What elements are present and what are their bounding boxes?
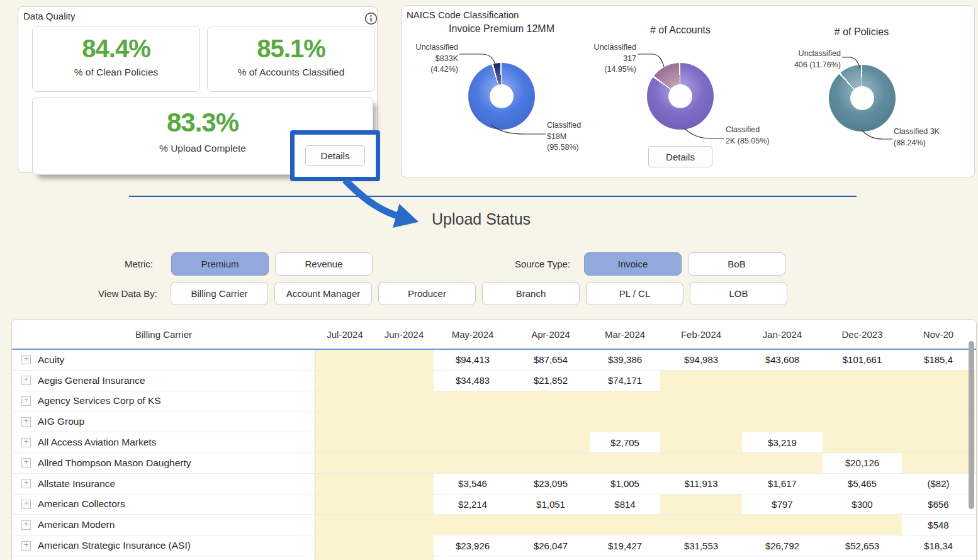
expand-row-icon[interactable]: + [21, 479, 31, 488]
value-cell: ($82) [902, 474, 975, 494]
missing-value-cell [315, 515, 374, 535]
filter-option-revenue[interactable]: Revenue [275, 252, 373, 276]
donut-label-classified: Classified2K (85.05%) [726, 125, 769, 147]
donut-label-unclassified: Unclassified$833K(4.42%) [416, 42, 458, 76]
missing-value-cell [315, 391, 374, 412]
kpi-clean-policies: 84.4% % of Clean Policies [32, 26, 200, 92]
column-header-month: Apr-2024 [512, 320, 590, 349]
missing-value-cell [315, 453, 374, 473]
missing-value-cell [434, 432, 512, 452]
missing-value-cell [374, 556, 434, 560]
missing-value-cell [374, 432, 434, 452]
expand-row-icon[interactable]: + [21, 396, 31, 406]
data-quality-panel: Data Quality 84.4% % of Clean Policies 8… [18, 6, 378, 173]
filter-option-account-manager[interactable]: Account Manager [274, 282, 372, 305]
value-cell: $31,553 [660, 535, 742, 556]
value-cell: $3,546 [434, 474, 512, 494]
missing-value-cell [902, 432, 975, 452]
filter-option-premium[interactable]: Premium [171, 252, 269, 276]
table-header-row: Billing CarrierJul-2024Jun-2024May-2024A… [12, 320, 976, 350]
kpi-upload-complete: 83.3% % Upload Complete Details [32, 97, 373, 175]
row-label-cell[interactable]: +Agency Services Corp of KS [12, 391, 315, 412]
missing-value-cell [374, 350, 434, 370]
column-header-month: May-2024 [434, 320, 512, 349]
filter-option-invoice[interactable]: Invoice [584, 252, 682, 276]
missing-value-cell [660, 495, 742, 515]
section-divider-line [129, 196, 857, 197]
carrier-name: American Collectors [38, 498, 125, 510]
missing-value-cell [902, 453, 975, 473]
row-label-cell[interactable]: +American Strategic Insurance (ASI) [12, 535, 315, 556]
filter-option-producer[interactable]: Producer [378, 282, 476, 305]
label-line: $18M [547, 132, 581, 143]
donut-policies[interactable] [829, 65, 896, 132]
row-label-cell[interactable]: +AmTrust [12, 556, 315, 560]
missing-value-cell [512, 412, 590, 432]
upload-status-table: Billing CarrierJul-2024Jun-2024May-2024A… [11, 319, 977, 560]
value-cell: $1,051 [512, 495, 590, 515]
expand-row-icon[interactable]: + [21, 438, 31, 447]
filter-option-billing-carrier[interactable]: Billing Carrier [171, 282, 268, 305]
missing-value-cell [660, 515, 742, 535]
value-cell: $814 [590, 495, 660, 515]
missing-value-cell [315, 371, 374, 391]
row-label-cell[interactable]: +Allred Thompson Mason Daugherty [12, 453, 315, 473]
expand-row-icon[interactable]: + [21, 500, 31, 509]
value-cell: $2,705 [590, 432, 660, 452]
donut-accounts[interactable] [647, 63, 714, 130]
row-label-cell[interactable]: +Allstate Insurance [12, 474, 315, 494]
row-label-cell[interactable]: +Aegis General Insurance [12, 371, 315, 391]
expand-row-icon[interactable]: + [21, 458, 31, 468]
filter-option-branch[interactable]: Branch [482, 282, 580, 305]
expand-row-icon[interactable]: + [21, 355, 31, 364]
value-cell: $23,926 [434, 535, 512, 556]
expand-row-icon[interactable]: + [21, 417, 31, 427]
missing-value-cell [902, 371, 975, 391]
upload-details-button[interactable]: Details [305, 145, 366, 166]
value-cell: $34,483 [434, 371, 512, 391]
value-cell: $656 [902, 495, 975, 515]
column-header-month: Jul-2024 [315, 320, 374, 349]
source-type-filter-label: Source Type: [485, 259, 570, 269]
table-body: +Acuity$94,413$87,654$39,386$94,983$43,6… [12, 350, 976, 560]
missing-value-cell [315, 432, 374, 452]
donut-title-invoice-premium: Invoice Premium 12MM [420, 23, 583, 35]
donut-label-classified: Classified 3K(88.24%) [894, 126, 940, 148]
label-line: Classified [547, 120, 581, 132]
table-row: +AmTrust$9,625$22,898$9,139$10,422$8,068… [12, 556, 976, 560]
row-label-cell[interactable]: +All Access Aviation Markets [12, 432, 315, 452]
label-line: Unclassified [594, 42, 636, 53]
label-line: (95.58%) [547, 142, 581, 154]
expand-row-icon[interactable]: + [21, 376, 31, 385]
accounts-details-button[interactable]: Details [648, 146, 712, 167]
info-icon[interactable] [364, 12, 378, 25]
expand-row-icon[interactable]: + [21, 541, 31, 551]
missing-value-cell [512, 391, 590, 412]
missing-value-cell [590, 453, 660, 473]
view-data-by-filter-group: Billing CarrierAccount ManagerProducerBr… [171, 282, 787, 305]
naics-title: NAICS Code Classification [407, 9, 519, 20]
carrier-name: Acuity [38, 354, 64, 366]
column-header-month: Mar-2024 [590, 320, 660, 349]
row-label-cell[interactable]: +American Modern [12, 515, 315, 535]
donut-label-unclassified: Unclassified317(14.95%) [594, 42, 636, 76]
table-scrollbar-thumb[interactable] [969, 341, 974, 509]
donut-invoice-premium[interactable] [468, 63, 535, 130]
metric-filter-label: Metric: [76, 259, 153, 269]
row-label-cell[interactable]: +Acuity [12, 350, 315, 370]
column-header-month: Jan-2024 [742, 320, 823, 349]
missing-value-cell [823, 515, 902, 535]
row-label-cell[interactable]: +American Collectors [12, 495, 315, 515]
row-label-cell[interactable]: +AIG Group [12, 412, 315, 432]
missing-value-cell [374, 371, 434, 391]
filter-option-bob[interactable]: BoB [688, 252, 785, 276]
value-cell: $5,465 [823, 474, 902, 494]
missing-value-cell [374, 535, 434, 556]
value-cell: $26,047 [512, 535, 590, 556]
missing-value-cell [374, 391, 434, 412]
expand-row-icon[interactable]: + [21, 520, 31, 530]
filter-option-lob[interactable]: LOB [690, 282, 787, 305]
missing-value-cell [315, 556, 374, 560]
value-cell: $9,139 [590, 556, 660, 560]
filter-option-pl-cl[interactable]: PL / CL [586, 282, 683, 305]
